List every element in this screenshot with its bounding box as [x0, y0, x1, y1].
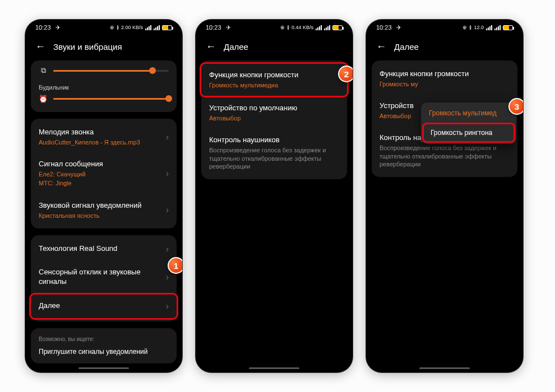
- chevron-right-icon: ›: [166, 132, 169, 142]
- alarm-slider-row[interactable]: ⏰: [31, 91, 177, 110]
- net-speed: 2.00 KB/s: [121, 25, 143, 30]
- screen-title: Далее: [224, 42, 248, 52]
- row-sub: Еле2: Скачущий: [39, 170, 166, 178]
- status-icons: ⊕ ≬ 12.0: [462, 25, 513, 30]
- status-bar: 10:23 ✈ ⊕ ≬ 0.44 KB/s: [196, 20, 353, 35]
- chevron-right-icon: ›: [166, 301, 169, 311]
- search-hint: Возможно, вы ищете:: [39, 336, 169, 342]
- volume-button-function-row[interactable]: Функция кнопки громкости Громкость мульт…: [200, 62, 349, 97]
- bluetooth-icon: ≬: [287, 25, 289, 30]
- row-title: Контроль наушников: [209, 136, 339, 145]
- back-icon[interactable]: ←: [206, 41, 216, 53]
- home-indicator[interactable]: [249, 367, 299, 369]
- net-speed: 12.0: [474, 25, 484, 30]
- sounds-card: Мелодия звонка AudioCutter_Кипелов - Я з…: [31, 119, 177, 228]
- status-time: 10:23: [206, 24, 221, 31]
- row-title: Технология Real Sound: [39, 244, 166, 254]
- status-icons: ⊕ ≬ 2.00 KB/s: [110, 25, 172, 30]
- row-title: Сенсорный отклик и звуковые сигналы: [39, 268, 166, 287]
- search-item: Приглушите сигналы уведомлений: [39, 348, 169, 356]
- row-sub: Воспроизведение голоса без задержек и тщ…: [380, 144, 510, 168]
- phone-screen-1: 10:23 ✈ ⊕ ≬ 2.00 KB/s ← Звуки и вибрация…: [25, 20, 182, 372]
- status-bar: 10:23 ✈ ⊕ ≬ 12.0: [366, 20, 523, 35]
- screen-header: ← Звуки и вибрация: [25, 35, 182, 60]
- chevron-right-icon: ›: [166, 244, 169, 254]
- phone-screen-3: 10:23 ✈ ⊕ ≬ 12.0 ← Далее Функция кнопки …: [366, 20, 523, 372]
- volume-function-popup: Громкость мультимед Громкость рингтона: [421, 102, 516, 144]
- chevron-right-icon: ›: [166, 169, 169, 179]
- status-bar: 10:23 ✈ ⊕ ≬ 2.00 KB/s: [25, 20, 182, 35]
- row-sub: Воспроизведение голоса без задержек и тщ…: [209, 146, 339, 170]
- home-indicator[interactable]: [419, 367, 470, 369]
- row-sub-2: МТС: Jingle: [39, 179, 166, 187]
- signal-icon-2: [154, 25, 160, 30]
- message-sound-row[interactable]: Сигнал сообщения Еле2: Скачущий МТС: Jin…: [31, 153, 177, 194]
- status-time: 10:23: [376, 24, 392, 31]
- headphone-control-row[interactable]: Контроль наушников Воспроизведение голос…: [201, 129, 347, 177]
- screen-title: Далее: [394, 42, 419, 52]
- battery-icon: [503, 25, 513, 30]
- telegram-icon: ✈: [226, 24, 231, 31]
- hotspot-icon: ⊕: [462, 25, 467, 30]
- screen-header: ← Далее: [366, 35, 523, 60]
- alarm-label: Будильник: [31, 82, 177, 91]
- row-title: Далее: [39, 301, 166, 311]
- realsound-row[interactable]: Технология Real Sound ›: [31, 237, 177, 261]
- volume-button-function-row[interactable]: Функция кнопки громкости Громкость му: [372, 63, 517, 95]
- row-title: Сигнал сообщения: [39, 160, 166, 169]
- search-suggestion-card[interactable]: Возможно, вы ищете: Приглушите сигналы у…: [31, 328, 177, 363]
- more-row[interactable]: Далее ›: [29, 293, 178, 320]
- default-device-row[interactable]: Устройство по умолчанию Автовыбор: [201, 97, 347, 129]
- more-settings-card: Функция кнопки громкости Громкость мульт…: [201, 60, 347, 179]
- popup-option-multimedia[interactable]: Громкость мультимед: [421, 104, 516, 123]
- row-title: Функция кнопки громкости: [209, 71, 339, 80]
- step-badge-2: 2: [338, 66, 353, 82]
- extra-card: Технология Real Sound › Сенсорный отклик…: [31, 235, 177, 321]
- back-icon[interactable]: ←: [35, 41, 45, 53]
- telegram-icon: ✈: [55, 24, 61, 31]
- telegram-icon: ✈: [396, 24, 401, 31]
- status-icons: ⊕ ≬ 0.44 KB/s: [280, 25, 343, 30]
- home-indicator[interactable]: [78, 367, 129, 369]
- hotspot-icon: ⊕: [110, 25, 114, 30]
- screen-title: Звуки и вибрация: [53, 42, 122, 52]
- row-title: Мелодия звонка: [39, 128, 166, 137]
- row-sub: Громкость мультимедиа: [209, 81, 339, 89]
- volume-sliders-card: ⧉ Будильник ⏰: [31, 60, 177, 112]
- media-slider-row[interactable]: ⧉: [31, 63, 177, 82]
- row-title: Устройство по умолчанию: [209, 104, 339, 113]
- phone-screen-2: 10:23 ✈ ⊕ ≬ 0.44 KB/s ← Далее Функция кн…: [196, 20, 353, 372]
- signal-icon-2: [494, 25, 501, 30]
- row-sub: Кристальная ясность: [39, 212, 166, 220]
- signal-icon: [486, 25, 492, 30]
- row-title: Функция кнопки громкости: [380, 69, 510, 79]
- chevron-right-icon: ›: [166, 272, 169, 282]
- row-sub: Громкость му: [380, 80, 510, 88]
- screen-header: ← Далее: [196, 35, 353, 60]
- row-sub: AudioCutter_Кипелов - Я здесь.mp3: [39, 138, 166, 146]
- signal-icon: [316, 25, 322, 30]
- notification-sound-row[interactable]: Звуковой сигнал уведомлений Кристальная …: [31, 194, 177, 226]
- back-icon[interactable]: ←: [376, 41, 386, 53]
- media-icon: ⧉: [39, 66, 48, 75]
- row-title: Звуковой сигнал уведомлений: [39, 201, 166, 211]
- touch-feedback-row[interactable]: Сенсорный отклик и звуковые сигналы ›: [31, 261, 177, 293]
- popup-option-ringtone[interactable]: Громкость рингтона: [422, 123, 515, 143]
- battery-icon: [162, 25, 172, 30]
- hotspot-icon: ⊕: [280, 25, 285, 30]
- battery-icon: [332, 25, 343, 30]
- net-speed: 0.44 KB/s: [292, 25, 313, 30]
- chevron-right-icon: ›: [166, 205, 169, 215]
- signal-icon-2: [324, 25, 330, 30]
- alarm-icon: ⏰: [39, 94, 48, 103]
- ringtone-row[interactable]: Мелодия звонка AudioCutter_Кипелов - Я з…: [31, 121, 177, 153]
- row-sub: Автовыбор: [209, 114, 339, 122]
- bluetooth-icon: ≬: [469, 25, 471, 30]
- step-badge-3: 3: [508, 98, 523, 115]
- bluetooth-icon: ≬: [117, 25, 119, 30]
- status-time: 10:23: [35, 24, 51, 31]
- step-badge-1: 1: [168, 257, 182, 274]
- signal-icon: [145, 25, 151, 30]
